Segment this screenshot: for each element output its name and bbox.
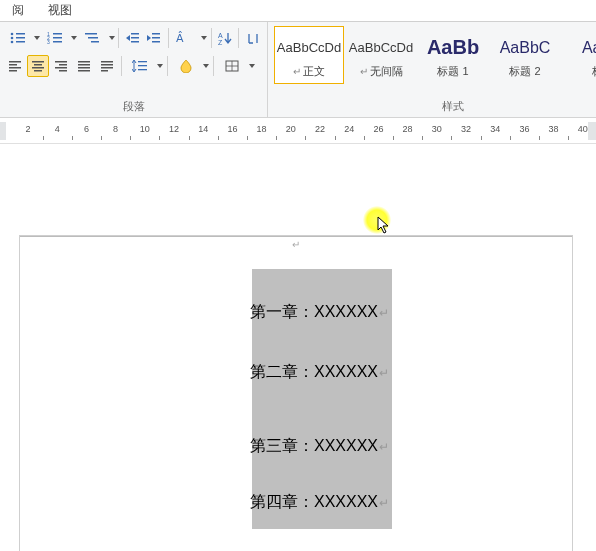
- bullet-dropdown-icon[interactable]: [33, 36, 40, 40]
- line-spacing-icon[interactable]: [125, 55, 155, 77]
- svg-rect-5: [16, 41, 25, 43]
- shading-dropdown-icon[interactable]: [202, 64, 210, 68]
- svg-rect-12: [85, 33, 97, 35]
- show-marks-icon[interactable]: [242, 27, 263, 49]
- return-icon: ↵: [379, 440, 389, 454]
- ruler-num: 22: [315, 124, 325, 134]
- sort-icon[interactable]: AZ: [215, 27, 236, 49]
- ruler-num: 18: [257, 124, 267, 134]
- chapter-2[interactable]: 第二章：XXXXXX↵: [250, 362, 389, 383]
- svg-rect-44: [138, 61, 147, 62]
- style-preview: AaBb: [427, 32, 479, 64]
- shading-icon[interactable]: [171, 55, 201, 77]
- ruler[interactable]: 246810121416182022242628303234363840: [0, 118, 596, 144]
- number-list-icon[interactable]: 123: [41, 27, 69, 49]
- svg-rect-7: [53, 33, 62, 35]
- increase-indent-icon[interactable]: [144, 27, 165, 49]
- svg-rect-18: [152, 33, 160, 35]
- align-center-icon[interactable]: [27, 55, 49, 77]
- svg-rect-27: [9, 70, 17, 72]
- align-right-icon[interactable]: [50, 55, 72, 77]
- svg-rect-32: [55, 61, 67, 63]
- ruler-num: 26: [373, 124, 383, 134]
- svg-rect-43: [101, 70, 108, 72]
- style-preview: AaBbC: [500, 32, 551, 64]
- style-name: ↵正文: [293, 64, 325, 79]
- svg-rect-13: [88, 37, 98, 39]
- style-3[interactable]: AaBbC标题 2: [490, 26, 560, 84]
- menu-review[interactable]: 阅: [0, 2, 36, 19]
- multilevel-list-icon[interactable]: [79, 27, 107, 49]
- ruler-num: 8: [113, 124, 118, 134]
- svg-rect-46: [138, 69, 147, 70]
- svg-rect-31: [34, 70, 42, 72]
- align-left-icon[interactable]: [4, 55, 26, 77]
- ruler-num: 28: [403, 124, 413, 134]
- svg-rect-28: [32, 61, 44, 63]
- svg-point-0: [11, 33, 14, 36]
- asian-layout-icon[interactable]: А̂: [171, 27, 199, 49]
- borders-dropdown-icon[interactable]: [248, 64, 256, 68]
- align-justify-icon[interactable]: [73, 55, 95, 77]
- chapter-4[interactable]: 第四章：XXXXXX↵: [250, 492, 389, 513]
- number-dropdown-icon[interactable]: [71, 36, 78, 40]
- style-0[interactable]: AaBbCcDd↵正文: [274, 26, 344, 84]
- style-preview: AaBbCcDd: [277, 32, 341, 64]
- chapter-3[interactable]: 第三章：XXXXXX↵: [250, 436, 389, 457]
- svg-rect-16: [131, 37, 139, 39]
- chapter-1[interactable]: 第一章：XXXXXX↵: [250, 302, 389, 323]
- ruler-num: 24: [344, 124, 354, 134]
- page-break-mark: ↵: [292, 239, 300, 250]
- style-2[interactable]: AaBb标题 1: [418, 26, 488, 84]
- ruler-num: 16: [227, 124, 237, 134]
- borders-icon[interactable]: [217, 55, 247, 77]
- svg-rect-17: [131, 41, 139, 43]
- multilevel-dropdown-icon[interactable]: [108, 36, 115, 40]
- return-icon: ↵: [379, 306, 389, 320]
- ruler-num: 40: [578, 124, 588, 134]
- ruler-num: 14: [198, 124, 208, 134]
- svg-rect-37: [78, 64, 90, 66]
- svg-rect-35: [59, 70, 67, 72]
- spacing-dropdown-icon[interactable]: [156, 64, 164, 68]
- svg-rect-36: [78, 61, 90, 63]
- svg-rect-45: [138, 65, 147, 66]
- svg-rect-29: [34, 64, 42, 66]
- bullet-list-icon[interactable]: [4, 27, 32, 49]
- highlight-marker: [363, 206, 391, 234]
- svg-rect-40: [101, 61, 113, 63]
- svg-rect-1: [16, 33, 25, 35]
- ruler-num: 38: [549, 124, 559, 134]
- svg-rect-9: [53, 37, 62, 39]
- ruler-num: 20: [286, 124, 296, 134]
- group-styles-label: 样式: [272, 97, 596, 117]
- return-icon: ↵: [379, 366, 389, 380]
- svg-rect-14: [91, 41, 99, 43]
- svg-rect-25: [9, 64, 17, 66]
- menu-view[interactable]: 视图: [36, 2, 84, 19]
- svg-rect-30: [32, 67, 44, 69]
- style-preview: AaBbCcDd: [349, 32, 413, 64]
- ruler-num: 36: [519, 124, 529, 134]
- svg-rect-24: [9, 61, 21, 63]
- svg-point-2: [11, 37, 14, 40]
- document-area[interactable]: ↵ 第一章：XXXXXX↵ 第二章：XXXXXX↵ 第三章：XXXXXX↵ 第四…: [0, 144, 596, 551]
- svg-rect-19: [152, 37, 160, 39]
- decrease-indent-icon[interactable]: [122, 27, 143, 49]
- style-1[interactable]: AaBbCcDd↵无间隔: [346, 26, 416, 84]
- svg-rect-20: [152, 41, 160, 43]
- style-4[interactable]: AaB标: [562, 26, 596, 84]
- svg-rect-39: [78, 70, 90, 72]
- svg-rect-34: [55, 67, 67, 69]
- svg-rect-15: [131, 33, 139, 35]
- style-name: 标题 1: [437, 64, 468, 79]
- style-preview: AaB: [582, 32, 596, 64]
- svg-rect-11: [53, 41, 62, 43]
- ruler-num: 32: [461, 124, 471, 134]
- ruler-num: 2: [25, 124, 30, 134]
- cursor-icon: [377, 216, 391, 238]
- svg-rect-26: [9, 67, 21, 69]
- svg-rect-42: [101, 67, 113, 69]
- align-distribute-icon[interactable]: [96, 55, 118, 77]
- asian-dropdown-icon[interactable]: [201, 36, 208, 40]
